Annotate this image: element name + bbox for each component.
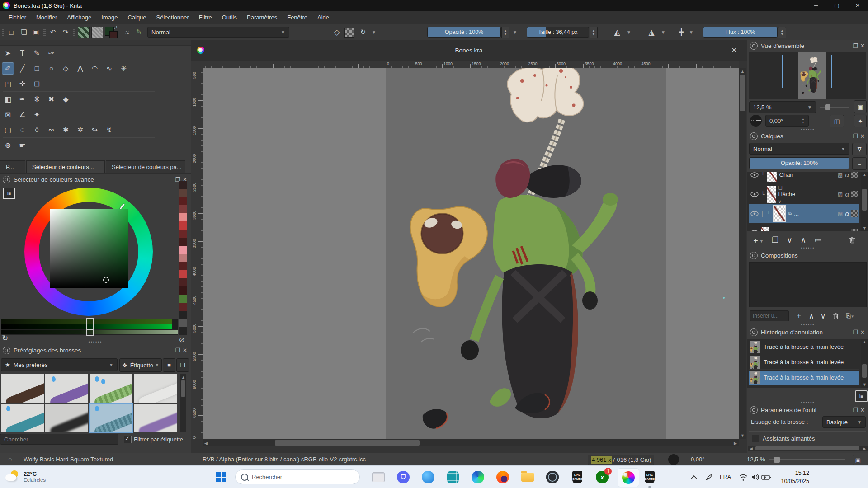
smart-patch-tool[interactable]: ✖ xyxy=(45,93,57,105)
history-color-swatch[interactable] xyxy=(179,197,187,205)
scrollbar-thumb[interactable] xyxy=(862,364,867,378)
history-color-swatch[interactable] xyxy=(179,286,187,295)
close-docker-icon[interactable]: ✕ xyxy=(859,42,867,49)
start-button[interactable] xyxy=(216,472,226,482)
opacity-spinner[interactable]: ▲▼ xyxy=(501,27,509,38)
scroll-up-icon[interactable]: ▲ xyxy=(181,375,185,380)
edit-shapes-tool[interactable]: ✎ xyxy=(31,47,43,59)
reference-images-tool[interactable]: ⊠ xyxy=(2,108,14,121)
weather-widget[interactable]: 22°C Eclaircies xyxy=(5,469,46,484)
move-layer-down-button[interactable]: ∨ xyxy=(787,235,792,245)
layer-row-hache[interactable]: └ ❏Hâche∨ ▨α xyxy=(749,184,859,204)
document-tab[interactable]: Bones.kra xyxy=(191,40,747,61)
history-color-swatch[interactable] xyxy=(179,270,187,278)
transform-tool[interactable]: ◳ xyxy=(2,78,14,90)
scrollbar-thumb[interactable] xyxy=(275,440,420,446)
lock-icon[interactable] xyxy=(750,328,758,336)
menu-item-10[interactable]: Aide xyxy=(313,12,333,23)
snap-assistants-checkbox[interactable] xyxy=(752,435,760,442)
lock-icon[interactable] xyxy=(3,176,10,183)
scroll-down-icon[interactable]: ▼ xyxy=(863,226,867,230)
history-color-swatch[interactable] xyxy=(179,221,187,230)
slider-handle[interactable] xyxy=(825,104,830,110)
inherit-alpha-icon[interactable] xyxy=(851,172,858,178)
language-indicator[interactable]: FRA xyxy=(720,474,731,480)
layer-row-selected[interactable]: │└ ⧉ ... ▨α xyxy=(749,204,859,223)
new-document-button[interactable]: □ xyxy=(5,26,17,38)
clock-widget[interactable]: 15:12 10/05/2025 xyxy=(769,469,809,485)
splitter-handle[interactable]: •••••• xyxy=(747,324,868,327)
scrollbar-thumb[interactable] xyxy=(740,75,745,111)
assistants-tool[interactable]: ✦ xyxy=(31,108,43,121)
bezier-select-tool[interactable]: ↬ xyxy=(89,124,101,136)
scroll-right-icon[interactable]: ▶ xyxy=(863,446,866,451)
history-color-swatch[interactable] xyxy=(179,205,187,213)
pattern-edit-tool[interactable]: ❋ xyxy=(31,93,43,105)
history-color-swatch[interactable] xyxy=(179,189,187,197)
lock-icon[interactable] xyxy=(750,406,758,414)
move-down-button[interactable]: ∨ xyxy=(821,312,826,320)
menu-item-4[interactable]: Calque xyxy=(123,12,150,23)
redo-button[interactable]: ↷ xyxy=(60,26,71,38)
undo-history-item-selected[interactable]: Tracé à la brosse à main levée xyxy=(749,371,859,385)
spinner-arrows[interactable]: ▲▼ xyxy=(802,117,805,124)
close-docker-icon[interactable]: ✕ xyxy=(859,329,867,336)
close-tab-icon[interactable]: ✕ xyxy=(731,46,737,54)
scroll-left-icon[interactable]: ◀ xyxy=(750,446,753,451)
rectangle-tool[interactable]: □ xyxy=(31,62,43,75)
alpha-icon[interactable]: α xyxy=(845,229,849,231)
toolbar-grip[interactable] xyxy=(2,28,4,37)
maximize-button[interactable]: ▢ xyxy=(826,0,847,11)
multibrush-tool[interactable]: ✳ xyxy=(118,62,130,75)
scroll-down-icon[interactable]: ▼ xyxy=(863,382,867,387)
canvas-only-button[interactable]: ▣ xyxy=(854,100,867,113)
pan-tool[interactable]: ☛ xyxy=(16,139,28,151)
chevron-down-icon[interactable]: ▼ xyxy=(661,30,665,35)
scrollbar-thumb[interactable] xyxy=(755,446,859,450)
horizontal-scrollbar[interactable]: ◀ ▶ xyxy=(203,439,739,446)
undo-history-item[interactable]: Tracé à la brosse à main levée xyxy=(749,340,859,354)
blend-mode-combo[interactable]: Normal▼ xyxy=(147,27,289,38)
scroll-down-icon[interactable]: ▼ xyxy=(741,433,745,438)
scrollbar-thumb[interactable] xyxy=(181,380,185,397)
magic-wand-select-tool[interactable]: ✱ xyxy=(60,124,72,136)
menu-item-7[interactable]: Outils xyxy=(218,12,241,23)
select-shapes-tool[interactable]: ➤ xyxy=(2,47,14,59)
history-color-swatch[interactable] xyxy=(179,230,187,238)
icon-size-button[interactable]: ❒ xyxy=(176,358,189,372)
ellipse-tool[interactable]: ○ xyxy=(45,62,57,75)
delete-composition-button[interactable] xyxy=(832,312,840,320)
chevron-down-icon[interactable]: ▼ xyxy=(513,30,517,35)
tray-pen-icon[interactable] xyxy=(704,473,713,481)
polygon-tool[interactable]: ◇ xyxy=(60,62,72,75)
delete-layer-button[interactable] xyxy=(848,236,856,244)
alpha-icon[interactable]: α xyxy=(845,172,849,178)
close-docker-icon[interactable]: ✕ xyxy=(859,407,867,413)
lock-icon[interactable]: ▨ xyxy=(838,211,843,217)
tray-chevron-up-icon[interactable] xyxy=(690,473,698,481)
rect-select-tool[interactable]: ▢ xyxy=(2,124,14,136)
tab-color-selector[interactable]: Sélecteur de couleurs... xyxy=(26,160,105,173)
layer-properties-button[interactable]: ≔ xyxy=(814,235,822,245)
size-slider[interactable]: Taille : 36,44 px xyxy=(527,27,589,38)
history-color-swatch[interactable] xyxy=(179,213,187,221)
scroll-up-icon[interactable]: ▲ xyxy=(863,173,867,177)
mirror-horizontal-button[interactable]: ◭ xyxy=(611,26,623,38)
freehand-select-tool[interactable]: ∾ xyxy=(45,124,57,136)
folder-icon[interactable] xyxy=(520,469,535,485)
minimize-button[interactable]: ─ xyxy=(806,0,826,11)
crop-tool-button[interactable]: ╋ xyxy=(675,26,687,38)
compositions-list[interactable] xyxy=(749,262,867,307)
gradient-marker[interactable] xyxy=(86,329,94,336)
line-tool[interactable]: ╱ xyxy=(16,62,28,75)
brush-preset-group-combo[interactable]: ★ Mes préférés ▼ xyxy=(1,358,118,371)
close-button[interactable]: ✕ xyxy=(847,0,868,11)
undo-history-item[interactable]: Tracé à la brosse à main levée xyxy=(749,355,859,370)
splitter-handle[interactable]: •••••• xyxy=(0,341,191,344)
visibility-eye-icon[interactable] xyxy=(750,211,759,216)
undo-list-scrollbar[interactable]: ▲ ▼ xyxy=(861,339,868,388)
layer-list-scrollbar[interactable]: ▲ ▼ xyxy=(861,172,868,231)
image-dimensions[interactable]: 4 961 x 7 016 (1,8 Gio) xyxy=(588,455,654,465)
history-color-swatch[interactable] xyxy=(179,246,187,254)
close-docker-icon[interactable]: ✕ xyxy=(859,133,867,140)
